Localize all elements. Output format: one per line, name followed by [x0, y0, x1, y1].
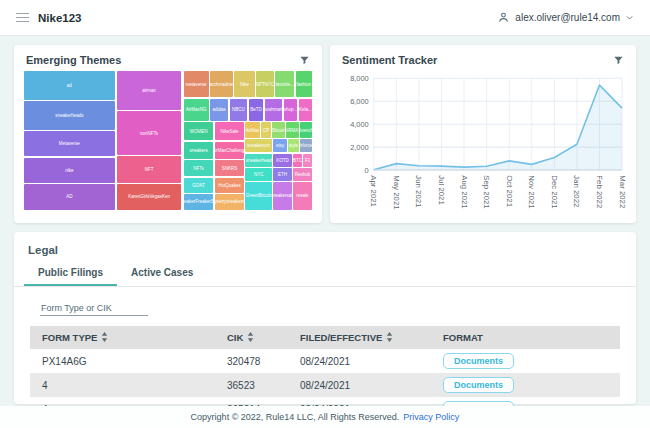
tab-public-filings[interactable]: Public Filings	[24, 262, 117, 286]
treemap-tile[interactable]: Givenchy	[300, 122, 312, 137]
legal-card: Legal Public FilingsActive Cases FORM TY…	[14, 232, 636, 404]
app-footer: Copyright © 2022, Rule14 LLC, All Rights…	[0, 406, 650, 428]
treemap-tile-label: AIRMAX	[286, 128, 298, 133]
person-icon	[497, 11, 510, 24]
treemap-tile[interactable]: WOMEN	[184, 122, 214, 140]
svg-text:Sep 2021: Sep 2021	[482, 175, 491, 208]
privacy-policy-link[interactable]: Privacy Policy	[403, 412, 459, 422]
tab-active-cases[interactable]: Active Cases	[117, 262, 207, 286]
form-type-cik-input[interactable]	[40, 301, 148, 316]
menu-icon[interactable]	[16, 13, 29, 23]
treemap-tile[interactable]: sneakerhead	[245, 154, 271, 167]
treemap-tile[interactable]: shop...	[284, 99, 298, 122]
treemap-tile-label: Metaverse	[59, 141, 80, 146]
treemap-tile[interactable]: KarenGirlsVegasKen	[117, 184, 181, 210]
treemap-tile[interactable]: favorite...	[275, 71, 294, 97]
treemap-tile-label: KOTD	[276, 158, 289, 163]
sentiment-tracker-title: Sentiment Tracker	[342, 54, 437, 66]
treemap-tile-label: AirMax	[246, 128, 260, 133]
treemap-tile[interactable]: nonNFTs	[117, 111, 181, 155]
treemap-tile[interactable]: nike	[24, 158, 115, 183]
treemap-tile-label: sneakers	[189, 148, 207, 153]
treemap-tile[interactable]: sneakerheads	[24, 101, 115, 129]
documents-button[interactable]: Documents	[443, 377, 514, 393]
treemap-tile-label: sneakersale	[273, 193, 291, 198]
treemap-tile[interactable]: etsy	[273, 139, 286, 153]
treemap-tile-label: poshmark	[265, 107, 283, 112]
treemap-tile[interactable]: AIRMAX	[286, 122, 298, 137]
treemap-tile[interactable]: sneakersale	[273, 182, 291, 210]
treemap-tile[interactable]: airmax	[117, 71, 181, 110]
treemap-tile[interactable]: fashion	[296, 71, 312, 97]
column-header-cik[interactable]: CIK	[215, 326, 288, 349]
treemap-tile[interactable]: Reebok	[293, 168, 312, 181]
treemap-tile[interactable]: Kela...	[299, 99, 312, 122]
user-email: alex.oliver@rule14.com	[515, 12, 620, 23]
cell-filed-effective: 08/24/2021	[288, 349, 431, 373]
cell-form-type: PX14A6G	[30, 349, 215, 373]
treemap-tile[interactable]: BTC	[293, 154, 302, 167]
treemap-tile-label: NFT	[145, 167, 154, 172]
treemap-tile-label: airmax	[142, 88, 156, 93]
treemap-tile[interactable]: NYC	[245, 168, 271, 181]
treemap-tile[interactable]: NikeSale	[215, 122, 244, 140]
treemap-tile-label: sneakerhead	[246, 158, 272, 163]
treemap-tile[interactable]: adidas	[210, 99, 228, 122]
treemap-tile[interactable]: F1	[303, 154, 312, 167]
treemap-tile[interactable]: Bitcoin	[272, 122, 285, 137]
svg-text:Jun 2021: Jun 2021	[414, 175, 423, 207]
column-header-filed-effective[interactable]: FILED/EFFECTIVE	[288, 326, 431, 349]
treemap-tile[interactable]: yeezysneakers	[215, 194, 244, 210]
treemap-tile[interactable]: AirMaxChallenge	[215, 142, 244, 159]
svg-text:2,000: 2,000	[350, 143, 369, 152]
treemap-tile-label: AirMaxNG	[186, 107, 207, 112]
treemap-tile[interactable]: metaverse	[184, 71, 209, 97]
svg-text:Aug 2021: Aug 2021	[460, 175, 469, 208]
treemap-tile-label: metaverse	[186, 82, 207, 87]
treemap-tile-label: NBCU	[232, 107, 245, 112]
treemap-tile-label: Bitcoin	[272, 128, 285, 133]
treemap-tile[interactable]: NFT	[117, 156, 181, 183]
treemap-tile[interactable]: marchmadness	[210, 71, 233, 97]
treemap-tile[interactable]: KOTD	[273, 154, 291, 167]
treemap-tile[interactable]: GOAT	[184, 178, 214, 193]
treemap-tile[interactable]: airforce1	[300, 139, 312, 153]
treemap-tile-label: marchmadness	[210, 82, 233, 87]
treemap-tile-label: BeTD	[250, 107, 262, 112]
treemap-tile-label: GOAT	[192, 183, 204, 188]
treemap-tile[interactable]: AirMaxNG	[184, 99, 209, 122]
treemap-tile[interactable]: NFTNYC	[256, 71, 274, 97]
treemap-tile[interactable]: AD	[24, 184, 115, 210]
treemap-tile[interactable]: NBCU	[230, 99, 248, 122]
filter-icon[interactable]	[299, 55, 310, 66]
svg-text:4,000: 4,000	[350, 120, 369, 129]
column-header-form-type[interactable]: FORM TYPE	[30, 326, 215, 349]
treemap-tile[interactable]: HotQuakes	[215, 178, 244, 193]
svg-text:8,000: 8,000	[350, 74, 369, 83]
treemap-tile-label: AD	[66, 194, 72, 199]
user-menu[interactable]: alex.oliver@rule14.com	[497, 11, 634, 24]
treemap-tile[interactable]: AirMax	[245, 122, 259, 137]
treemap-tile[interactable]: resale	[293, 182, 312, 210]
treemap-tile[interactable]: SNKRS	[215, 160, 244, 177]
treemap-tile[interactable]: CP	[261, 122, 271, 137]
treemap-tile[interactable]: ETH	[273, 168, 291, 181]
treemap-tile[interactable]: ad	[24, 71, 115, 100]
treemap-tile[interactable]: sneakercon	[245, 139, 271, 153]
treemap-tile-label: sneakerheads	[55, 113, 83, 118]
treemap-tile[interactable]: Metaverse	[24, 131, 115, 157]
treemap-tile[interactable]: BeTD	[249, 99, 264, 122]
treemap-tile[interactable]: SneakerFreakerSan	[184, 194, 214, 210]
treemap-tile[interactable]: sneakers	[184, 142, 214, 159]
treemap-tile-label: F1	[305, 158, 310, 163]
treemap-tile[interactable]: NFTs	[184, 160, 214, 177]
treemap-tile-label: ad	[67, 83, 72, 88]
documents-button[interactable]: Documents	[443, 353, 514, 369]
treemap-tile-label: GreenBitcoin	[246, 193, 272, 198]
treemap-tile[interactable]: poshmark	[265, 99, 283, 122]
treemap-tile[interactable]: style	[288, 139, 299, 153]
treemap-tile[interactable]: GreenBitcoin	[245, 182, 271, 210]
filter-icon[interactable]	[613, 55, 624, 66]
treemap-tile-label: nonNFTs	[140, 131, 158, 136]
treemap-tile[interactable]: Nike	[234, 71, 254, 97]
